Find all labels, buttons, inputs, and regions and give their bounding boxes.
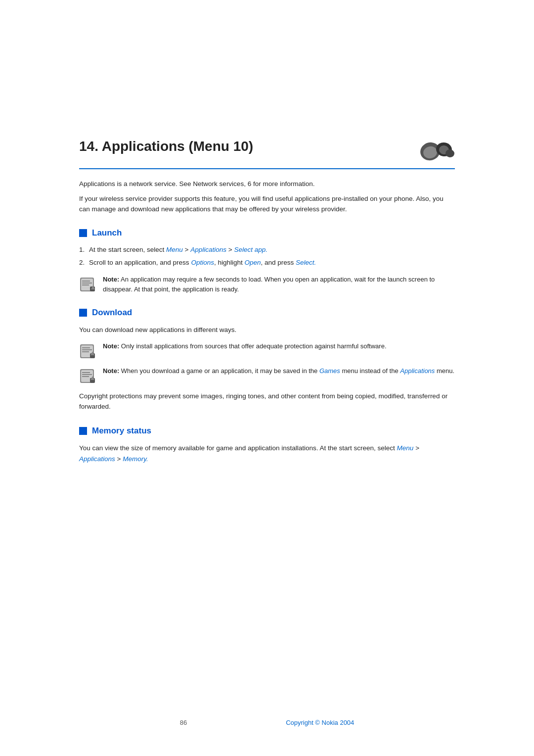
intro-line1: Applications is a network service. See N…: [79, 179, 455, 189]
svg-rect-7: [82, 281, 90, 282]
launch-note-body: An application may require a few seconds…: [103, 276, 435, 293]
memory-sep2: >: [115, 455, 123, 463]
section-download-heading: Download: [79, 308, 455, 318]
intro-line2: If your wireless service provider suppor…: [79, 194, 455, 214]
download-note2-text: Note: When you download a game or an app…: [103, 366, 454, 376]
launch-step-2: Scroll to an application, and press Opti…: [79, 258, 455, 268]
section-memory-title: Memory status: [92, 426, 151, 436]
svg-rect-9: [82, 284, 89, 285]
section-launch-title: Launch: [92, 228, 122, 238]
launch-link-select: Select.: [296, 259, 316, 266]
launch-link-open: Open: [244, 259, 261, 266]
footer-copyright: Copyright © Nokia 2004: [286, 719, 354, 726]
svg-rect-23: [82, 376, 89, 377]
page-number: 86: [180, 719, 187, 726]
launch-note-text: Note: An application may require a few s…: [103, 275, 455, 294]
download-note-1: Note: Only install applications from sou…: [79, 341, 455, 360]
section-memory: Memory status You can view the size of m…: [79, 426, 455, 464]
chapter-icon: [419, 139, 455, 164]
note-icon-1: [79, 276, 97, 293]
section-bullet-2: [79, 309, 87, 317]
launch-link-menu: Menu: [166, 246, 183, 253]
svg-rect-22: [82, 374, 92, 375]
note-icon-svg-2: [79, 342, 97, 360]
download-note2-body3: menu.: [435, 367, 454, 375]
note-label-1: Note:: [103, 276, 119, 283]
svg-rect-21: [82, 372, 90, 373]
svg-rect-8: [82, 283, 92, 284]
chapter-title: 14. Applications (Menu 10): [79, 139, 253, 154]
launch-link-options: Options: [191, 259, 214, 266]
note-icon-svg-1: [79, 276, 97, 293]
download-link-games: Games: [319, 367, 340, 375]
download-note2-body2: menu instead of the: [340, 367, 400, 375]
memory-sep1: >: [413, 444, 419, 452]
download-link-applications: Applications: [400, 367, 435, 375]
download-note2-body: When you download a game or an applicati…: [119, 367, 319, 375]
svg-rect-14: [82, 347, 90, 348]
note-label-3: Note:: [103, 367, 119, 375]
launch-step-1: At the start screen, select Menu > Appli…: [79, 245, 455, 255]
download-copyright-text: Copyright protections may prevent some i…: [79, 391, 455, 412]
memory-link-applications: Applications: [79, 455, 115, 463]
section-download-title: Download: [92, 308, 132, 318]
section-bullet: [79, 229, 87, 237]
launch-link-selectapp: Select app.: [234, 246, 267, 253]
svg-rect-16: [82, 351, 89, 352]
launch-note: Note: An application may require a few s…: [79, 275, 455, 294]
section-bullet-3: [79, 427, 87, 435]
memory-body-prefix: You can view the size of memory availabl…: [79, 444, 397, 452]
note-label-2: Note:: [103, 342, 119, 350]
section-download: Download You can download new applicatio…: [79, 308, 455, 412]
chapter-header: 14. Applications (Menu 10): [79, 139, 455, 169]
launch-steps: At the start screen, select Menu > Appli…: [79, 245, 455, 268]
memory-link-menu: Menu: [397, 444, 414, 452]
chapter-icon-svg: [419, 139, 455, 164]
section-launch-heading: Launch: [79, 228, 455, 238]
download-intro: You can download new applications in dif…: [79, 325, 455, 335]
svg-rect-15: [82, 349, 92, 350]
download-note-2: Note: When you download a game or an app…: [79, 366, 455, 385]
page-footer: 86 Copyright © Nokia 2004: [0, 719, 534, 726]
download-note1-body: Only install applications from sources t…: [119, 342, 386, 350]
memory-link-memory: Memory.: [123, 455, 148, 463]
memory-body: You can view the size of memory availabl…: [79, 443, 455, 464]
note-icon-svg-3: [79, 367, 97, 385]
note-icon-2: [79, 342, 97, 360]
section-memory-heading: Memory status: [79, 426, 455, 436]
page: 14. Applications (Menu 10) Applications …: [0, 0, 534, 756]
launch-link-applications: Applications: [190, 246, 226, 253]
download-note1-text: Note: Only install applications from sou…: [103, 341, 387, 351]
section-launch: Launch At the start screen, select Menu …: [79, 228, 455, 294]
note-icon-3: [79, 367, 97, 385]
